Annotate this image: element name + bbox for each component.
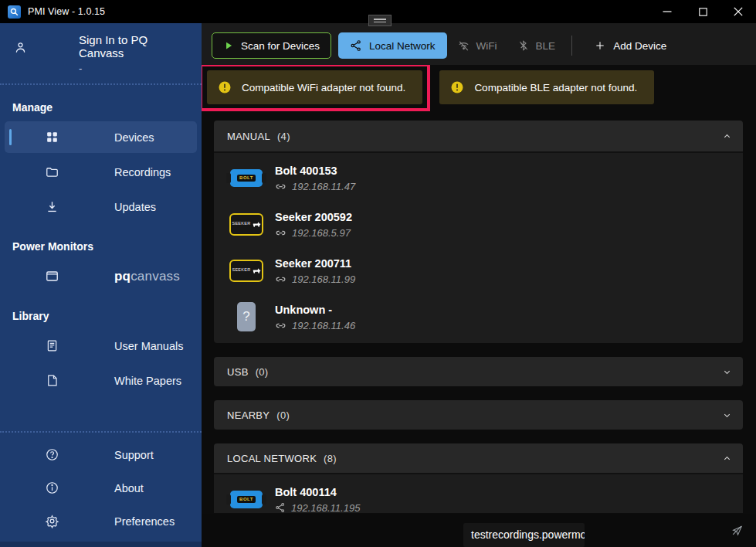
- wifi-button[interactable]: WiFi: [447, 32, 507, 59]
- sign-in-button[interactable]: Sign In to PQ Canvass -: [0, 23, 202, 85]
- manage-heading: Manage: [0, 101, 202, 114]
- unknown-device-icon: ?: [237, 302, 256, 331]
- section-count: (8): [324, 453, 337, 464]
- question-circle-icon: [43, 447, 60, 464]
- device-name: Seeker 200592: [275, 211, 352, 223]
- section-title: MANUAL: [227, 131, 270, 142]
- warning-icon: [218, 80, 232, 94]
- sidebar-item-updates[interactable]: Updates: [5, 191, 197, 223]
- annotation-highlight: Compatible WiFi adapter not found.: [199, 63, 430, 111]
- device-name: Bolt 400153: [275, 165, 337, 177]
- sign-in-subtext: -: [79, 63, 191, 74]
- wifi-warning-banner: Compatible WiFi adapter not found.: [207, 70, 422, 104]
- sidebar-item-white-papers[interactable]: White Papers: [5, 365, 197, 396]
- seeker-device-icon: SEEKER: [229, 213, 263, 236]
- chevron-up-icon[interactable]: [722, 454, 732, 464]
- scan-for-devices-button[interactable]: Scan for Devices: [212, 32, 331, 59]
- sidebar-item-recordings[interactable]: Recordings: [5, 156, 197, 188]
- local-network-button[interactable]: Local Network: [338, 32, 447, 59]
- network-share-icon: [275, 502, 286, 513]
- sidebar-item-pqcanvass[interactable]: pqcanvass: [5, 260, 197, 292]
- bolt-device-icon: BOLT: [230, 491, 263, 508]
- sidebar-bottom-strip: [0, 542, 202, 547]
- pq-logo-bold: pq: [114, 269, 131, 284]
- sidebar-item-user-manuals[interactable]: User Manuals: [5, 330, 197, 362]
- sidebar-item-label: White Papers: [114, 375, 181, 387]
- download-icon: [43, 199, 60, 216]
- bolt-device-icon: BOLT: [230, 169, 263, 187]
- sidebar-item-support[interactable]: Support: [5, 439, 197, 471]
- section-title: LOCAL NETWORK: [227, 453, 317, 464]
- bolt-device-label: BOLT: [237, 496, 256, 503]
- unknown-device-label: ?: [242, 309, 249, 324]
- bluetooth-off-icon: [517, 39, 530, 52]
- network-share-icon: [350, 39, 362, 52]
- device-ip: 192.168.11.99: [292, 274, 355, 285]
- minimize-button[interactable]: [649, 0, 685, 23]
- usb-section: USB (0): [214, 357, 743, 386]
- sidebar-item-label: Updates: [114, 201, 156, 213]
- sidebar-footer: Support About: [0, 431, 202, 542]
- local-network-section: LOCAL NETWORK (8) BOLT Bolt 400114: [214, 443, 743, 513]
- device-name: Bolt 400114: [275, 486, 337, 498]
- sidebar-item-devices[interactable]: Devices: [5, 121, 197, 153]
- section-count: (0): [256, 366, 269, 378]
- device-row[interactable]: BOLT Bolt 400153 192.168.11.47: [214, 155, 743, 201]
- link-icon: [275, 274, 286, 285]
- sidebar-item-label: Support: [114, 449, 154, 461]
- toolbar-divider: [571, 36, 572, 56]
- add-device-label: Add Device: [613, 40, 666, 52]
- statusbar: testrecordings.powermo: [202, 514, 756, 547]
- local-network-label: Local Network: [369, 40, 436, 52]
- device-ip: 192.168.11.46: [292, 320, 355, 331]
- section-count: (4): [277, 131, 290, 142]
- sidebar-item-label: User Manuals: [114, 340, 183, 352]
- sidebar-item-label: Preferences: [114, 515, 175, 528]
- sign-in-label: Sign In to PQ Canvass: [79, 33, 191, 59]
- device-ip: 192.168.5.97: [292, 227, 351, 239]
- sidebar: Sign In to PQ Canvass - Manage Devices: [0, 23, 202, 547]
- status-tooltip: testrecordings.powermo: [463, 523, 585, 547]
- section-count: (0): [276, 409, 290, 421]
- device-row[interactable]: SEEKER Seeker 200711 192.168.11.99: [214, 247, 743, 294]
- app-logo-icon: [8, 5, 21, 19]
- ble-warning-banner: Compatible BLE adapter not found.: [439, 70, 654, 104]
- pq-logo-light: canvass: [131, 269, 180, 284]
- chevron-up-icon[interactable]: [722, 131, 732, 141]
- device-row[interactable]: SEEKER Seeker 200592 192.168.5.97: [214, 201, 743, 247]
- seeker-device-label: SEEKER: [232, 222, 250, 226]
- chevron-down-icon[interactable]: [722, 367, 732, 377]
- device-row[interactable]: ? Unknown - 192.168.11.46: [214, 294, 743, 340]
- chevron-down-icon[interactable]: [722, 410, 732, 420]
- sidebar-item-label: About: [114, 482, 144, 494]
- device-ip: 192.168.11.195: [291, 502, 360, 514]
- grip-handle-icon[interactable]: [368, 15, 392, 26]
- app-window: PMI View - 1.0.15 Sign I: [0, 0, 756, 547]
- monitor-icon: [43, 268, 60, 285]
- disconnected-icon[interactable]: [731, 524, 744, 537]
- close-button[interactable]: [720, 0, 756, 23]
- wifi-warning-text: Compatible WiFi adapter not found.: [242, 82, 405, 93]
- play-icon: [223, 40, 234, 51]
- info-circle-icon: [43, 480, 60, 497]
- link-icon: [275, 181, 286, 192]
- dog-icon: [253, 267, 261, 274]
- nearby-section: NEARBY (0): [214, 400, 743, 430]
- add-device-button[interactable]: Add Device: [583, 32, 678, 59]
- manual-section: MANUAL (4) BOLT Bolt 400153: [214, 121, 743, 343]
- gear-icon: [43, 513, 60, 530]
- device-row[interactable]: BOLT Bolt 400114 192.168.11.195: [214, 476, 743, 513]
- usb-section-header[interactable]: USB (0): [214, 357, 743, 386]
- sidebar-item-label: Recordings: [114, 166, 171, 178]
- device-name: Unknown -: [275, 304, 332, 316]
- ble-button[interactable]: BLE: [507, 32, 566, 59]
- local-network-section-header[interactable]: LOCAL NETWORK (8): [214, 443, 743, 473]
- warnings-row: Compatible WiFi adapter not found. Compa…: [202, 63, 756, 111]
- sidebar-item-about[interactable]: About: [5, 472, 197, 504]
- toolbar: Scan for Devices Local Network WiFi: [202, 23, 756, 65]
- sidebar-item-preferences[interactable]: Preferences: [5, 505, 197, 537]
- manual-section-header[interactable]: MANUAL (4): [214, 121, 743, 151]
- maximize-button[interactable]: [685, 0, 720, 23]
- nearby-section-header[interactable]: NEARBY (0): [214, 400, 743, 430]
- device-name: Seeker 200711: [275, 257, 351, 270]
